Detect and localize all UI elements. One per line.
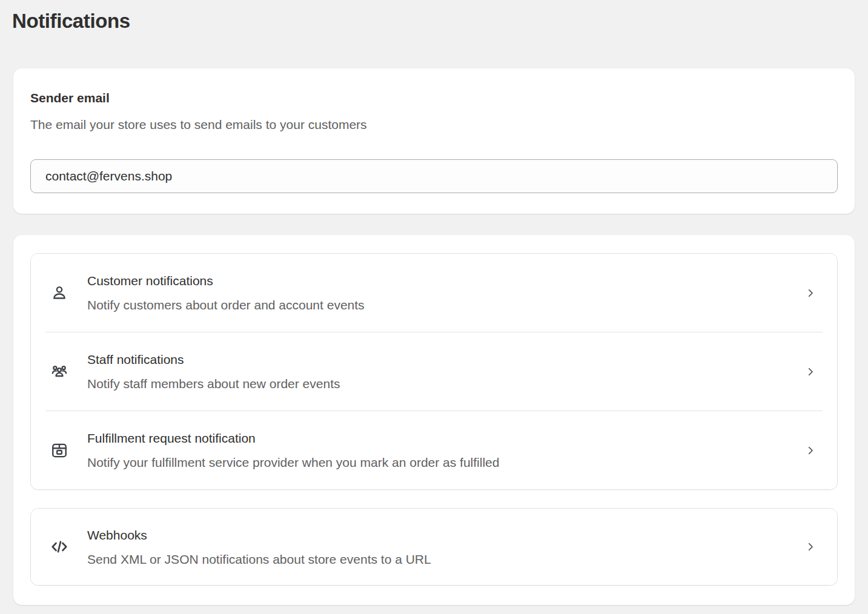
page-title: Notifications: [12, 8, 855, 34]
webhooks-card: Webhooks Send XML or JSON notifications …: [30, 508, 838, 586]
sender-email-card: Sender email The email your store uses t…: [13, 68, 855, 214]
chevron-right-icon: [804, 364, 817, 380]
sender-email-input[interactable]: [30, 159, 838, 193]
list-item-customer-notifications[interactable]: Customer notifications Notify customers …: [31, 254, 837, 332]
chevron-right-icon: [804, 285, 817, 301]
person-icon: [50, 284, 68, 302]
package-icon: [50, 441, 68, 460]
notifications-settings-page: Notifications Sender email The email you…: [0, 0, 868, 605]
list-item-title: Fulfillment request notification: [87, 431, 499, 446]
list-item-subtitle: Notify customers about order and account…: [87, 297, 365, 312]
list-item-title: Customer notifications: [87, 273, 365, 288]
list-item-fulfillment-request-notification[interactable]: Fulfillment request notification Notify …: [31, 411, 837, 489]
sender-email-description: The email your store uses to send emails…: [30, 117, 838, 133]
list-item-subtitle: Notify your fulfillment service provider…: [87, 455, 499, 470]
list-item-subtitle: Send XML or JSON notifications about sto…: [87, 552, 431, 567]
notification-list: Customer notifications Notify customers …: [30, 253, 838, 490]
chevron-right-icon: [804, 443, 817, 458]
list-item-title: Webhooks: [87, 527, 431, 543]
team-icon: [50, 363, 68, 381]
list-item-staff-notifications[interactable]: Staff notifications Notify staff members…: [31, 332, 837, 411]
notification-types-card: Customer notifications Notify customers …: [13, 235, 855, 605]
chevron-right-icon: [804, 539, 817, 555]
sender-email-heading: Sender email: [30, 90, 838, 106]
code-icon: [50, 538, 68, 556]
list-item-webhooks[interactable]: Webhooks Send XML or JSON notifications …: [31, 509, 837, 585]
list-item-title: Staff notifications: [87, 352, 340, 367]
list-item-subtitle: Notify staff members about new order eve…: [87, 376, 340, 391]
